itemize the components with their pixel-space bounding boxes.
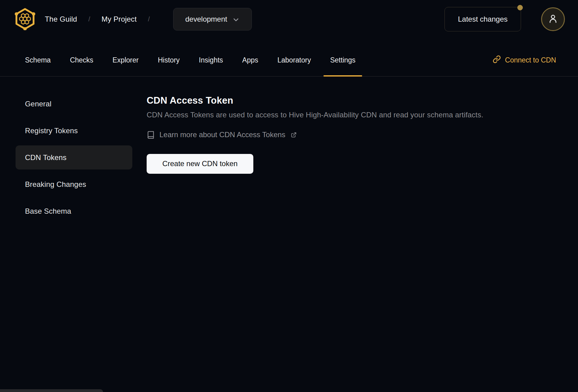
breadcrumb-org[interactable]: The Guild (45, 15, 77, 23)
tab-insights[interactable]: Insights (192, 44, 230, 76)
tab-history[interactable]: History (151, 44, 187, 76)
target-tabbar: Schema Checks Explorer History Insights … (0, 44, 578, 77)
create-cdn-token-button[interactable]: Create new CDN token (147, 154, 253, 174)
learn-more-link[interactable]: Learn more about CDN Access Tokens (147, 130, 297, 139)
breadcrumb: The Guild / My Project / development (45, 8, 252, 30)
sidebar-item-cdn-tokens[interactable]: CDN Tokens (16, 145, 132, 169)
hive-app: The Guild / My Project / development Lat… (0, 0, 578, 392)
breadcrumb-project[interactable]: My Project (102, 15, 137, 23)
page-title: CDN Access Token (147, 95, 560, 106)
tab-apps[interactable]: Apps (236, 44, 265, 76)
tab-laboratory[interactable]: Laboratory (271, 44, 318, 76)
bottom-cutoff-snackbar (0, 389, 103, 392)
breadcrumb-separator: / (148, 15, 150, 23)
connect-to-cdn-link[interactable]: Connect to CDN (493, 44, 556, 76)
page-description: CDN Access Tokens are used to access to … (147, 111, 560, 119)
sidebar-item-registry-tokens[interactable]: Registry Tokens (16, 119, 132, 143)
external-link-icon (291, 131, 297, 137)
breadcrumb-separator: / (88, 15, 90, 23)
sidebar-item-general[interactable]: General (16, 92, 132, 116)
tab-checks[interactable]: Checks (63, 44, 100, 76)
user-icon (548, 13, 558, 25)
sidebar-item-base-schema[interactable]: Base Schema (16, 199, 132, 223)
sidebar-item-breaking-changes[interactable]: Breaking Changes (16, 172, 132, 196)
latest-changes-label: Latest changes (458, 15, 508, 23)
tab-settings[interactable]: Settings (323, 44, 362, 76)
chevron-down-icon (232, 16, 240, 24)
tab-explorer[interactable]: Explorer (106, 44, 145, 76)
user-avatar-button[interactable] (541, 7, 565, 31)
target-selector-dropdown[interactable]: development (173, 8, 252, 30)
book-icon (147, 131, 155, 139)
target-selector-value: development (185, 15, 227, 23)
learn-more-label: Learn more about CDN Access Tokens (159, 130, 285, 139)
hive-logo-icon[interactable] (14, 8, 36, 31)
top-header: The Guild / My Project / development Lat… (0, 0, 578, 38)
connect-to-cdn-label: Connect to CDN (505, 56, 556, 64)
unread-dot (517, 5, 523, 10)
tab-schema[interactable]: Schema (18, 44, 57, 76)
cdn-tokens-panel: CDN Access Token CDN Access Tokens are u… (147, 95, 560, 174)
create-cdn-token-label: Create new CDN token (162, 159, 238, 168)
header-right: Latest changes (444, 7, 565, 31)
settings-sidebar: General Registry Tokens CDN Tokens Break… (16, 92, 132, 226)
latest-changes-button[interactable]: Latest changes (444, 7, 521, 31)
tabs: Schema Checks Explorer History Insights … (18, 44, 362, 76)
chain-link-icon (493, 55, 501, 65)
